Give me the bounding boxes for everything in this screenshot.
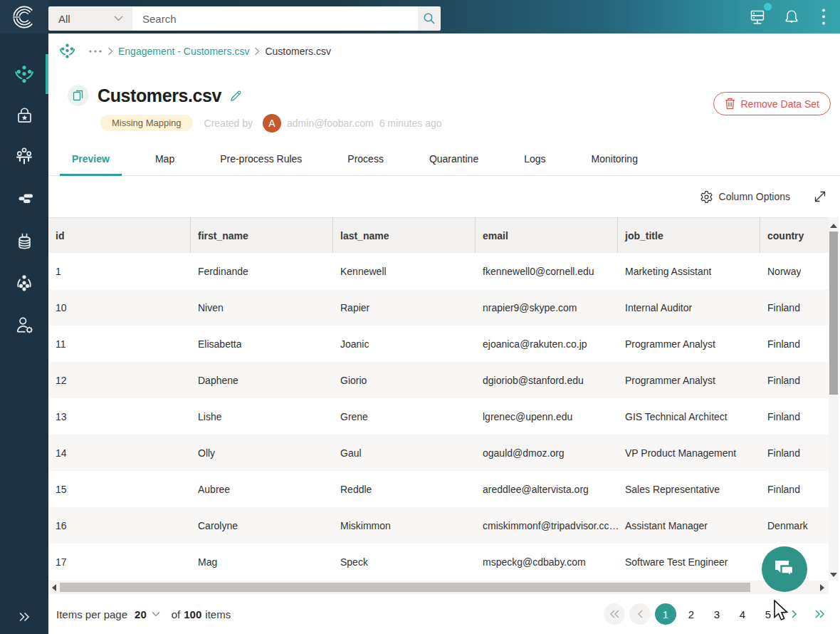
scroll-right-arrow-icon[interactable] bbox=[820, 584, 824, 591]
chevron-right-icon bbox=[107, 47, 113, 56]
horizontal-scrollbar-thumb[interactable] bbox=[60, 583, 750, 592]
tab[interactable]: Map bbox=[143, 142, 187, 175]
table-row[interactable]: 10 Niven Rapier nrapier9@skype.com Inter… bbox=[48, 289, 829, 326]
cell-email: fkennewell0@cornell.edu bbox=[476, 253, 618, 289]
page-size-dropdown[interactable]: 20 bbox=[135, 608, 160, 620]
sidebar-item-engagement[interactable] bbox=[0, 53, 48, 95]
sidebar-expand-button[interactable] bbox=[0, 606, 48, 628]
page-number-button[interactable]: 2 bbox=[681, 603, 702, 625]
previous-page-button[interactable] bbox=[629, 603, 651, 625]
column-options-button[interactable]: Column Options bbox=[700, 190, 790, 204]
page-number-button[interactable]: 4 bbox=[732, 603, 753, 625]
page-number-button[interactable]: 1 bbox=[655, 603, 676, 625]
cell-first-name: Mag bbox=[191, 544, 333, 580]
sidebar-item-user-admin[interactable] bbox=[0, 305, 48, 346]
cell-job-title: Internal Auditor bbox=[618, 289, 760, 326]
table-row[interactable]: 11 Elisabetta Joanic ejoanica@rakuten.co… bbox=[48, 326, 829, 362]
grid-header-cell[interactable]: country bbox=[760, 218, 829, 253]
tab[interactable]: Pre-process Rules bbox=[208, 142, 314, 175]
remove-dataset-button[interactable]: Remove Data Set bbox=[713, 92, 831, 115]
organism-network-icon bbox=[14, 273, 34, 293]
notifications-button[interactable] bbox=[783, 9, 800, 26]
breadcrumb-parent-link[interactable]: Engagement - Customers.csv bbox=[118, 46, 249, 57]
tab[interactable]: Quarantine bbox=[417, 142, 490, 175]
cell-job-title: Marketing Assistant bbox=[618, 253, 760, 289]
first-page-button[interactable] bbox=[604, 603, 625, 625]
sidebar-item-network[interactable] bbox=[0, 262, 48, 303]
scroll-down-arrow-icon[interactable] bbox=[830, 573, 837, 577]
cell-country: Finland bbox=[760, 398, 829, 435]
side-nav bbox=[0, 33, 48, 634]
tab[interactable]: Logs bbox=[512, 142, 557, 175]
table-row[interactable]: 1 Ferdinande Kennewell fkennewell0@corne… bbox=[48, 253, 829, 289]
cell-job-title: VP Product Management bbox=[618, 435, 760, 471]
app-window: All bbox=[0, 0, 840, 634]
table-row[interactable]: 12 Daphene Giorio dgioriob@stanford.edu … bbox=[48, 362, 829, 398]
page-number-button[interactable]: 5 bbox=[757, 603, 779, 625]
column-options-label: Column Options bbox=[719, 191, 790, 202]
tab[interactable]: Preview bbox=[60, 142, 122, 175]
grid-header-cell[interactable]: last_name bbox=[333, 218, 476, 253]
grid-header-cell[interactable]: id bbox=[48, 218, 191, 253]
remove-dataset-label: Remove Data Set bbox=[741, 98, 820, 110]
table-row[interactable]: 13 Lishe Grene lgrenec@upenn.edu GIS Tec… bbox=[48, 398, 829, 435]
cluedin-logo[interactable] bbox=[0, 0, 48, 33]
cell-last-name: Joanic bbox=[333, 326, 476, 362]
tab-label: Monitoring bbox=[592, 153, 638, 165]
chat-support-button[interactable] bbox=[762, 546, 807, 592]
tab[interactable]: Monitoring bbox=[579, 142, 650, 175]
organism-icon bbox=[14, 63, 35, 85]
server-icon bbox=[749, 8, 767, 26]
last-page-button[interactable] bbox=[809, 603, 830, 625]
search-scope-dropdown[interactable]: All bbox=[48, 6, 132, 31]
cell-job-title: Programmer Analyst bbox=[618, 362, 760, 398]
table-row[interactable]: 16 Carolyne Miskimmon cmiskimmonf@tripad… bbox=[48, 507, 829, 544]
cell-email: ogauld@dmoz.org bbox=[476, 435, 618, 471]
grid-header-cell[interactable]: first_name bbox=[191, 218, 333, 253]
page-buttons: 1 2 3 4 bbox=[655, 603, 779, 625]
more-options-button[interactable] bbox=[821, 8, 826, 26]
breadcrumb: Engagement - Customers.csv Customers.csv bbox=[48, 33, 840, 68]
table-row[interactable]: 14 Olly Gaul ogauld@dmoz.org VP Product … bbox=[48, 435, 829, 471]
sidebar-item-processing[interactable] bbox=[0, 135, 48, 177]
scroll-up-arrow-icon[interactable] bbox=[830, 224, 837, 228]
grid-footer: Items per page 20 of 100 items bbox=[48, 594, 840, 634]
data-coil-icon bbox=[15, 232, 34, 251]
cell-last-name: Kennewell bbox=[333, 253, 476, 289]
sidebar-item-clean[interactable] bbox=[0, 177, 48, 219]
page-number: 4 bbox=[740, 608, 745, 620]
lock-star-icon bbox=[15, 105, 34, 125]
grid-header-cell[interactable]: email bbox=[476, 218, 618, 253]
server-status-button[interactable] bbox=[749, 8, 767, 26]
items-per-page-label: Items per page bbox=[56, 608, 127, 620]
table-row[interactable]: 15 Aubree Reddle areddlee@altervista.org… bbox=[48, 471, 829, 507]
double-chevron-right-icon bbox=[18, 612, 31, 622]
grid-header-label: id bbox=[56, 230, 64, 241]
sidebar-item-governance[interactable] bbox=[0, 94, 48, 135]
pencil-icon bbox=[229, 89, 243, 103]
breadcrumb-ellipsis-icon[interactable] bbox=[88, 49, 103, 53]
search-button[interactable] bbox=[418, 6, 441, 31]
scroll-left-arrow-icon[interactable] bbox=[52, 584, 56, 591]
horizontal-scrollbar[interactable] bbox=[48, 581, 829, 594]
search-input[interactable] bbox=[132, 6, 418, 31]
chevron-right-icon bbox=[254, 47, 260, 56]
tab-label: Preview bbox=[72, 153, 110, 165]
next-page-button[interactable] bbox=[783, 603, 804, 625]
missing-mapping-badge: Missing Mapping bbox=[100, 115, 193, 131]
cell-first-name: Ferdinande bbox=[191, 253, 333, 289]
expand-grid-button[interactable] bbox=[814, 190, 826, 203]
sidebar-item-datasets[interactable] bbox=[0, 220, 48, 261]
tab[interactable]: Process bbox=[335, 142, 396, 175]
vertical-scrollbar[interactable] bbox=[829, 217, 839, 581]
edit-title-button[interactable] bbox=[229, 89, 243, 103]
page-number-button[interactable]: 3 bbox=[706, 603, 728, 625]
chevron-left-icon bbox=[637, 610, 644, 618]
cell-last-name: Rapier bbox=[333, 289, 476, 326]
grid-header-cell[interactable]: job_title bbox=[618, 218, 760, 253]
vertical-scrollbar-thumb[interactable] bbox=[829, 232, 838, 395]
avatar[interactable]: A bbox=[263, 114, 281, 132]
table-row[interactable]: 17 Mag Speck mspeckg@cdbaby.com Software… bbox=[48, 544, 829, 580]
cell-email: ejoanica@rakuten.co.jp bbox=[476, 326, 618, 362]
chevron-down-icon bbox=[152, 611, 160, 617]
